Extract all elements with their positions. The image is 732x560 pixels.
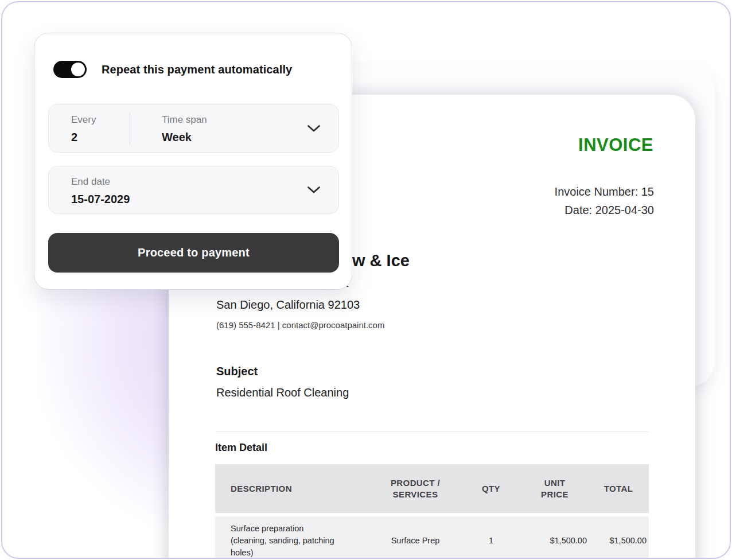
- table-header-row: DESCRIPTION PRODUCT / SERVICES QTY UNIT …: [215, 464, 649, 513]
- invoice-number-line: Invoice Number: 15: [555, 182, 654, 201]
- company-city-line: San Diego, California 92103: [216, 298, 360, 312]
- field-divider: [130, 113, 130, 145]
- frequency-field-group[interactable]: Every 2 Time span Week: [48, 104, 339, 153]
- cell-product: Surface Prep: [370, 536, 461, 545]
- recurring-payment-panel: Repeat this payment automatically Every …: [34, 33, 352, 290]
- time-span-select[interactable]: Time span Week: [162, 114, 207, 144]
- invoice-title: INVOICE: [578, 135, 653, 155]
- page-background: INVOICE Invoice Number: 15 Date: 2025-04…: [0, 0, 732, 560]
- column-header-unit-price: UNIT PRICE: [521, 477, 588, 500]
- column-header-product-services: PRODUCT / SERVICES: [370, 477, 461, 500]
- cell-total: $1,500.00: [588, 536, 649, 545]
- item-detail-heading: Item Detail: [215, 442, 267, 454]
- time-span-value: Week: [162, 131, 207, 144]
- toggle-knob: [71, 63, 85, 76]
- cell-unit-price: $1,500.00: [521, 536, 588, 545]
- section-divider: [215, 431, 649, 432]
- repeat-toggle-row: Repeat this payment automatically: [53, 61, 292, 78]
- repeat-toggle[interactable]: [53, 61, 87, 78]
- every-label: Every: [71, 114, 96, 126]
- chevron-down-icon[interactable]: [307, 186, 321, 194]
- end-date-select[interactable]: End date 15-07-2029: [48, 166, 339, 214]
- company-contact-line: (619) 555-8421 | contact@procoatpaint.co…: [216, 320, 384, 330]
- chevron-down-icon[interactable]: [307, 125, 321, 133]
- proceed-to-payment-button[interactable]: Proceed to payment: [48, 233, 339, 273]
- table-row: Surface preparation (cleaning, sanding, …: [215, 516, 649, 559]
- subject-value: Residential Roof Cleaning: [216, 386, 349, 399]
- line-items-table: DESCRIPTION PRODUCT / SERVICES QTY UNIT …: [215, 464, 649, 559]
- time-span-label: Time span: [162, 114, 207, 126]
- column-header-description: DESCRIPTION: [215, 483, 370, 495]
- column-header-total: TOTAL: [588, 483, 649, 495]
- cell-qty: 1: [461, 536, 521, 545]
- end-date-label: End date: [71, 176, 130, 188]
- every-field[interactable]: Every 2: [71, 114, 96, 144]
- invoice-meta: Invoice Number: 15 Date: 2025-04-30: [555, 182, 654, 219]
- every-value: 2: [71, 131, 96, 144]
- repeat-toggle-label: Repeat this payment automatically: [102, 63, 292, 76]
- subject-label: Subject: [216, 365, 258, 378]
- column-header-qty: QTY: [461, 483, 521, 495]
- end-date-field: End date 15-07-2029: [71, 176, 130, 206]
- app-frame: INVOICE Invoice Number: 15 Date: 2025-04…: [1, 1, 731, 559]
- invoice-date-line: Date: 2025-04-30: [555, 201, 654, 219]
- end-date-value: 15-07-2029: [71, 193, 130, 206]
- cell-description: Surface preparation (cleaning, sanding, …: [215, 523, 370, 559]
- company-name-fragment: w & Ice: [352, 251, 410, 270]
